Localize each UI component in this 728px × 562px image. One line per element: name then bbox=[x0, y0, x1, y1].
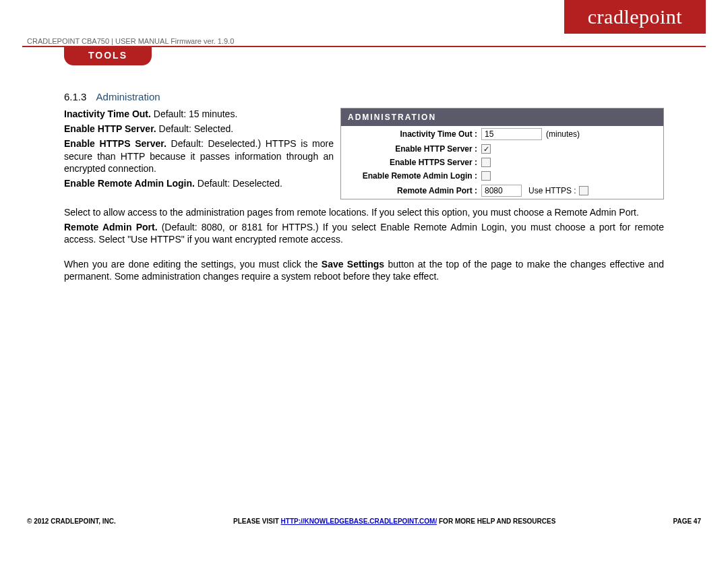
para-inactivity: Inactivity Time Out. Default: 15 minutes… bbox=[64, 108, 334, 120]
page-footer: © 2012 CRADLEPOINT, INC. PLEASE VISIT HT… bbox=[27, 518, 701, 525]
para-remote-2: Select to allow access to the administra… bbox=[64, 206, 664, 218]
footer-link[interactable]: HTTP://KNOWLEDGEBASE.CRADLEPOINT.COM/ bbox=[281, 518, 437, 525]
checkbox-use-https[interactable] bbox=[579, 186, 588, 195]
para-save: When you are done editing the settings, … bbox=[64, 258, 664, 282]
section-number: 6.1.3 bbox=[64, 91, 86, 102]
row-remote: Enable Remote Admin Login : bbox=[341, 169, 663, 183]
label-http: Enable HTTP Server : bbox=[346, 144, 481, 154]
left-text-column: Inactivity Time Out. Default: 15 minutes… bbox=[64, 108, 334, 192]
input-inactivity[interactable] bbox=[481, 128, 542, 140]
para-https: Enable HTTPS Server. Default: Deselected… bbox=[64, 137, 334, 175]
section-title: Administration bbox=[96, 91, 160, 102]
section-pill-tools: TOOLS bbox=[64, 46, 152, 65]
admin-panel-header: Administration bbox=[341, 108, 663, 126]
row-inactivity: Inactivity Time Out : (minutes) bbox=[341, 126, 663, 142]
input-port[interactable] bbox=[481, 185, 522, 197]
page-content: 6.1.3 Administration Administration Inac… bbox=[64, 91, 664, 285]
unit-minutes: (minutes) bbox=[546, 129, 580, 139]
label-https: Enable HTTPS Server : bbox=[346, 158, 481, 167]
checkbox-https[interactable] bbox=[481, 158, 491, 167]
section-heading: 6.1.3 Administration bbox=[64, 91, 664, 102]
footer-mid: PLEASE VISIT HTTP://KNOWLEDGEBASE.CRADLE… bbox=[233, 518, 555, 525]
footer-page: PAGE 47 bbox=[673, 518, 701, 525]
checkbox-remote[interactable] bbox=[481, 171, 491, 181]
footer-copyright: © 2012 CRADLEPOINT, INC. bbox=[27, 518, 116, 525]
admin-panel: Administration Inactivity Time Out : (mi… bbox=[340, 108, 664, 199]
para-port: Remote Admin Port. (Default: 8080, or 81… bbox=[64, 221, 664, 245]
row-port: Remote Admin Port : Use HTTPS : bbox=[341, 183, 663, 199]
row-https: Enable HTTPS Server : bbox=[341, 156, 663, 169]
row-http: Enable HTTP Server : bbox=[341, 142, 663, 156]
doc-header-line: CRADLEPOINT CBA750 | USER MANUAL Firmwar… bbox=[27, 37, 234, 45]
label-inactivity: Inactivity Time Out : bbox=[346, 129, 481, 139]
para-http: Enable HTTP Server. Default: Selected. bbox=[64, 123, 334, 135]
label-remote: Enable Remote Admin Login : bbox=[346, 171, 481, 181]
label-use-https: Use HTTPS : bbox=[528, 186, 576, 195]
checkbox-http[interactable] bbox=[481, 144, 491, 154]
label-port: Remote Admin Port : bbox=[346, 186, 481, 195]
para-remote-1: Enable Remote Admin Login. Default: Dese… bbox=[64, 177, 334, 189]
brand-logo: cradlepoint bbox=[564, 0, 706, 34]
